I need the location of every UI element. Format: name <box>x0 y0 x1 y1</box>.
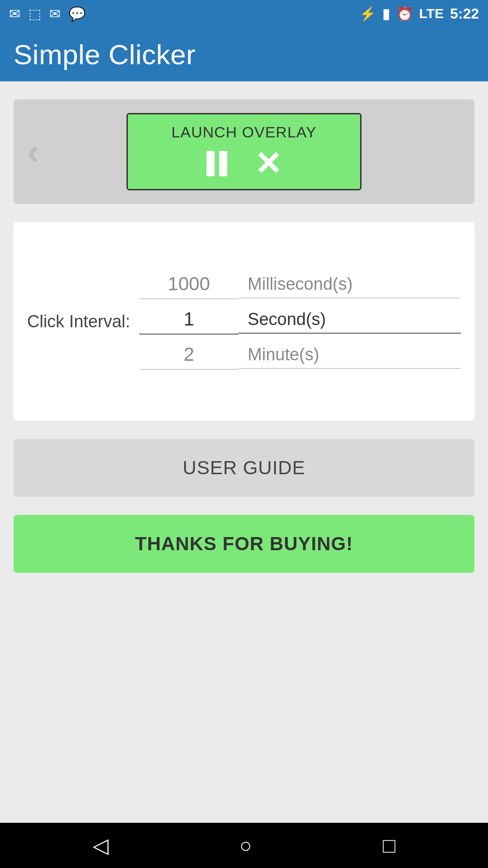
pause-bar-left <box>206 151 215 176</box>
status-bar-left: ✉ ⬚ ✉ 💬 <box>9 6 85 22</box>
close-icon: ✕ <box>254 147 282 180</box>
interval-row-minutes[interactable]: 2 Minute(s) <box>139 339 461 374</box>
bluetooth-icon: ⚡ <box>359 6 376 22</box>
battery-icon: ▮ <box>382 6 390 22</box>
interval-row-seconds[interactable]: 1 Second(s) <box>139 304 461 339</box>
email-icon: ✉ <box>9 6 20 22</box>
clock-icon: ⏰ <box>396 6 413 22</box>
status-time: 5:22 <box>450 5 479 22</box>
home-button[interactable]: ○ <box>239 833 252 858</box>
interval-values: 1000 Millisecond(s) 1 Second(s) 2 Minute… <box>139 269 461 374</box>
interval-label: Click Interval: <box>27 312 130 331</box>
interval-number-2: 2 <box>139 344 239 370</box>
interval-number-1: 1 <box>139 308 239 335</box>
launch-overlay-container: ‹ LAUNCH OVERLAY ✕ <box>14 99 474 204</box>
main-content: ‹ LAUNCH OVERLAY ✕ Click Interval: 1000 … <box>0 81 488 823</box>
nav-bar: ◁ ○ □ <box>0 823 488 868</box>
user-guide-button[interactable]: USER GUIDE <box>14 439 474 497</box>
interval-number-1000: 1000 <box>139 273 239 299</box>
status-bar-right: ⚡ ▮ ⏰ LTE 5:22 <box>359 5 479 22</box>
lte-icon: LTE <box>419 6 444 21</box>
interval-unit-seconds: Second(s) <box>239 310 461 334</box>
thanks-buying-button[interactable]: THANKS FOR BUYING! <box>14 515 474 573</box>
photo-icon: ⬚ <box>28 6 41 22</box>
launch-overlay-icons: ✕ <box>206 147 282 180</box>
back-button[interactable]: ◁ <box>93 833 108 858</box>
interval-row-milliseconds[interactable]: 1000 Millisecond(s) <box>139 269 461 304</box>
status-bar: ✉ ⬚ ✉ 💬 ⚡ ▮ ⏰ LTE 5:22 <box>0 0 488 27</box>
pause-bar-right <box>219 151 227 176</box>
overlay-side-icon: ‹ <box>27 131 39 173</box>
interval-inner: Click Interval: 1000 Millisecond(s) 1 Se… <box>27 269 461 374</box>
gmail-icon: ✉ <box>49 6 61 22</box>
interval-unit-minutes: Minute(s) <box>239 345 461 369</box>
pause-icon <box>206 151 227 176</box>
launch-overlay-label: LAUNCH OVERLAY <box>171 123 316 141</box>
interval-unit-milliseconds: Millisecond(s) <box>239 274 461 298</box>
interval-container: Click Interval: 1000 Millisecond(s) 1 Se… <box>14 222 474 421</box>
message-icon: 💬 <box>69 6 85 22</box>
recent-button[interactable]: □ <box>383 833 395 858</box>
app-title: Simple Clicker <box>14 38 196 71</box>
launch-overlay-button[interactable]: LAUNCH OVERLAY ✕ <box>127 113 361 190</box>
app-bar: Simple Clicker <box>0 27 488 81</box>
